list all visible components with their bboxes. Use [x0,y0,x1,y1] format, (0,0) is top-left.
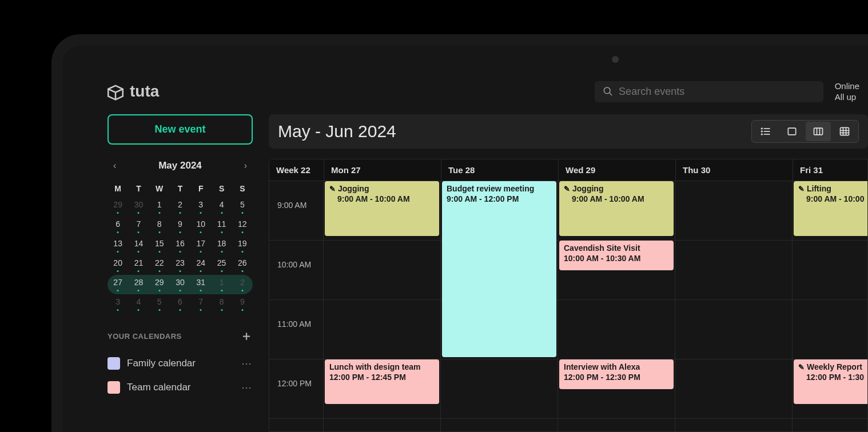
mini-cal-day[interactable]: 17 [190,236,211,255]
calendar-event[interactable]: Jogging9:00 AM - 10:00 AM [559,181,674,236]
status-line-1: Online [835,81,859,92]
mini-cal-day[interactable]: 9 [232,294,253,314]
view-week-button[interactable] [806,122,831,141]
mini-cal-day[interactable]: 12 [232,217,253,236]
list-icon [759,126,772,137]
mini-cal-day[interactable]: 14 [128,236,149,255]
calendar-item[interactable]: Team calendar⋯ [107,375,253,399]
prev-month-button[interactable]: ‹ [111,158,118,173]
mini-cal-day[interactable]: 13 [107,236,128,255]
day-column[interactable]: Budget review meeting9:00 AM - 12:00 PM [441,181,558,431]
mini-cal-day[interactable]: 15 [149,236,170,255]
mini-cal-day[interactable]: 6 [170,294,190,314]
day-header[interactable]: Fri 31 [793,159,868,181]
calendar-list: Family calendar⋯Team calendar⋯ [107,351,253,399]
mini-cal-day[interactable]: 11 [211,217,232,236]
day-column[interactable]: Lifting9:00 AM - 10:00Weekly Report12:00… [793,181,868,431]
mini-cal-day[interactable]: 2 [232,275,253,294]
calendar-event[interactable]: Jogging9:00 AM - 10:00 AM [325,181,439,236]
mini-cal-day[interactable]: 4 [211,197,232,217]
mini-cal-day[interactable]: 4 [128,294,149,314]
mini-cal-day[interactable]: 8 [149,217,170,236]
mini-cal-dow: T [170,181,190,197]
calendar-event[interactable]: Lifting9:00 AM - 10:00 [794,181,868,236]
time-column: 9:00 AM10:00 AM11:00 AM12:00 PM [269,181,324,431]
search-icon [603,86,613,97]
mini-cal-day[interactable]: 30 [170,275,190,294]
mini-cal-day[interactable]: 9 [170,217,190,236]
event-time: 12:00 PM - 1:30 [798,373,868,382]
mini-cal-day[interactable]: 8 [211,294,232,314]
mini-cal-day[interactable]: 30 [128,197,149,217]
day-header[interactable]: Wed 29 [558,159,675,181]
day-header[interactable]: Tue 28 [441,159,558,181]
mini-cal-dow: F [190,181,211,197]
svg-point-5 [761,128,763,130]
mini-cal-day[interactable]: 20 [107,255,128,275]
day-column[interactable] [675,181,793,431]
mini-cal-day[interactable]: 1 [211,275,232,294]
day-header[interactable]: Mon 27 [324,159,441,181]
mini-cal-day[interactable]: 21 [128,255,149,275]
mini-cal-day[interactable]: 18 [211,236,232,255]
mini-cal-day[interactable]: 23 [170,255,190,275]
calendar-event[interactable]: Budget review meeting9:00 AM - 12:00 PM [442,181,556,357]
mini-cal-day[interactable]: 29 [149,275,170,294]
event-title: Weekly Report [798,362,868,371]
mini-cal-day[interactable]: 22 [149,255,170,275]
calendar-item[interactable]: Family calendar⋯ [107,351,253,375]
search-box[interactable] [595,81,823,102]
mini-cal-day[interactable]: 29 [107,197,128,217]
calendar-event[interactable]: Cavendish Site Visit10:00 AM - 10:30 AM [559,241,674,270]
mini-cal-day[interactable]: 28 [128,275,149,294]
event-time: 12:00 PM - 12:30 PM [564,373,669,382]
calendar-event[interactable]: Lunch with design team12:00 PM - 12:45 P… [325,359,439,404]
mini-cal-day[interactable]: 3 [190,197,211,217]
logo-icon [106,82,125,101]
calendar-event[interactable]: Interview with Alexa12:00 PM - 12:30 PM [559,359,674,389]
calendar-label: Family calendar [127,358,234,369]
add-calendar-button[interactable]: ＋ [240,327,253,345]
day-header[interactable]: Thu 30 [675,159,793,181]
day-column[interactable]: Jogging9:00 AM - 10:00 AMCavendish Site … [558,181,675,431]
mini-cal-day[interactable]: 10 [190,217,211,236]
mini-cal-day[interactable]: 27 [107,275,128,294]
mini-cal-day[interactable]: 19 [232,236,253,255]
mini-cal-day[interactable]: 24 [190,255,211,275]
calendar-color-swatch [107,381,120,394]
event-time: 10:00 AM - 10:30 AM [564,254,669,263]
day-icon [786,126,798,137]
mini-cal-day[interactable]: 16 [170,236,190,255]
calendar-menu-button[interactable]: ⋯ [241,357,253,370]
search-input[interactable] [619,86,815,98]
mini-cal-day[interactable]: 3 [107,294,128,314]
logo-text: tuta [130,82,159,101]
mini-cal-day[interactable]: 5 [232,197,253,217]
calendar-color-swatch [107,357,120,370]
day-column[interactable]: Jogging9:00 AM - 10:00 AMLunch with desi… [324,181,441,431]
view-agenda-button[interactable] [753,122,778,141]
mini-cal-day[interactable]: 1 [149,197,170,217]
calendar-event[interactable]: Weekly Report12:00 PM - 1:30 [794,359,868,404]
view-day-button[interactable] [779,122,805,141]
next-month-button[interactable]: › [242,158,249,173]
mini-cal-day[interactable]: 25 [211,255,232,275]
month-icon [838,126,851,137]
status-line-2: All up [835,91,859,103]
event-title: Jogging [564,184,669,193]
mini-cal-day[interactable]: 6 [107,217,128,236]
topbar: tuta Online All up [97,74,868,109]
mini-cal-day[interactable]: 31 [190,275,211,294]
time-slot-label: 12:00 PM [269,359,323,419]
svg-point-7 [761,134,763,135]
mini-cal-day[interactable]: 7 [128,217,149,236]
status-text: Online All up [835,81,859,103]
mini-cal-day[interactable]: 7 [190,294,211,314]
event-time: 12:00 PM - 12:45 PM [329,373,435,382]
mini-cal-day[interactable]: 2 [170,197,190,217]
mini-cal-day[interactable]: 26 [232,255,253,275]
mini-cal-day[interactable]: 5 [149,294,170,314]
new-event-button[interactable]: New event [107,114,253,145]
calendar-menu-button[interactable]: ⋯ [241,381,253,394]
view-month-button[interactable] [832,122,857,141]
